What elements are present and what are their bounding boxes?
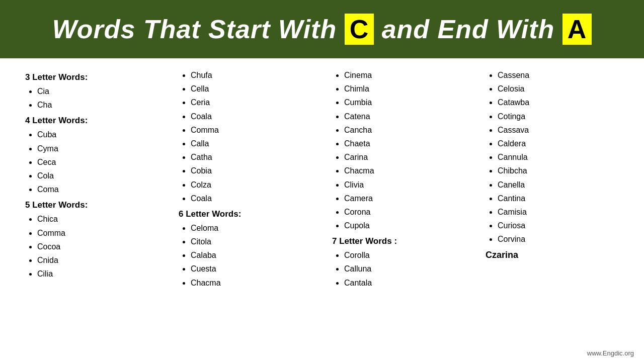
list-item: Cnida [37,253,158,267]
word-list-0-0: CiaCha [25,84,158,112]
list-item: Cuesta [191,262,312,276]
list-item: Colza [191,178,312,192]
page-title: Words That Start With C and End With A [20,14,624,44]
list-item: Cuba [37,128,158,141]
word-list-2-0: CinemaChimlaCumbiaCatenaCanchaChaetaCari… [332,68,465,232]
list-item: Coma [37,183,158,196]
list-item: Celoma [191,221,312,235]
list-item: Caldera [498,137,619,150]
list-item: Cola [37,169,158,183]
list-item: Cia [37,84,158,98]
list-item: Cha [37,98,158,112]
list-item: Cancha [344,123,465,137]
list-item: Cyma [37,142,158,155]
list-item: Curiosa [498,219,619,232]
section-title-0-2: 5 Letter Words: [25,200,158,210]
letter-a-highlight: A [562,14,592,45]
list-item: Comma [37,226,158,240]
list-item: Corvina [498,232,619,246]
list-item: Catena [344,110,465,123]
section-title-2-1: 7 Letter Words : [332,236,465,246]
word-list-1-0: ChufaCellaCeriaCoalaCommaCallaCathaCobia… [179,68,312,205]
word-list-3-0: CassenaCelosiaCatawbaCotingaCassavaCalde… [486,68,619,246]
list-item: Cassena [498,68,619,82]
list-item: Cinema [344,68,465,82]
czarina-text: Czarina [486,250,619,260]
list-item: Chaeta [344,137,465,150]
column-3: CinemaChimlaCumbiaCatenaCanchaChaetaCari… [327,68,470,290]
section-title-0-0: 3 Letter Words: [25,72,158,82]
main-content: 3 Letter Words:CiaCha4 Letter Words:Cuba… [0,58,644,295]
list-item: Celosia [498,82,619,96]
letter-c-highlight: C [345,14,374,45]
section-title-1-1: 6 Letter Words: [179,209,312,219]
list-item: Cumbia [344,96,465,109]
list-item: Chimla [344,82,465,96]
list-item: Cotinga [498,110,619,123]
list-item: Cobia [191,164,312,177]
list-item: Citola [191,235,312,248]
list-item: Calluna [344,262,465,276]
column-4: CassenaCelosiaCatawbaCotingaCassavaCalde… [480,68,624,290]
list-item: Camera [344,192,465,205]
list-item: Cantala [344,276,465,290]
list-item: Coala [191,110,312,123]
list-item: Corolla [344,248,465,262]
list-item: Carina [344,150,465,164]
list-item: Coala [191,192,312,205]
list-item: Comma [191,123,312,137]
list-item: Chibcha [498,164,619,177]
list-item: Catha [191,150,312,164]
list-item: Ceria [191,96,312,109]
list-item: Chica [37,212,158,226]
title-text-middle: and End With [382,15,555,44]
column-2: ChufaCellaCeriaCoalaCommaCallaCathaCobia… [174,68,317,290]
word-list-1-1: CelomaCitolaCalabaCuestaChacma [179,221,312,290]
list-item: Cannula [498,150,619,164]
column-1: 3 Letter Words:CiaCha4 Letter Words:Cuba… [20,68,164,290]
word-list-2-1: CorollaCallunaCantala [332,248,465,290]
list-item: Cantina [498,192,619,205]
word-list-0-1: CubaCymaCecaColaComa [25,128,158,196]
list-item: Chacma [191,276,312,290]
title-text-before: Words That Start With [52,15,337,44]
list-item: Camisia [498,205,619,219]
list-item: Calla [191,137,312,150]
list-item: Corona [344,205,465,219]
list-item: Cupola [344,219,465,232]
list-item: Canella [498,178,619,192]
list-item: Clivia [344,178,465,192]
list-item: Cella [191,82,312,96]
list-item: Cocoa [37,240,158,253]
list-item: Cassava [498,123,619,137]
list-item: Calaba [191,248,312,262]
list-item: Chufa [191,68,312,82]
section-title-0-1: 4 Letter Words: [25,116,158,126]
list-item: Ceca [37,155,158,169]
word-list-0-2: ChicaCommaCocoaCnidaCilia [25,212,158,281]
footer-url: www.Engdic.org [587,349,634,357]
list-item: Cilia [37,267,158,281]
page-header: Words That Start With C and End With A [0,0,644,58]
list-item: Catawba [498,96,619,109]
list-item: Chacma [344,164,465,177]
